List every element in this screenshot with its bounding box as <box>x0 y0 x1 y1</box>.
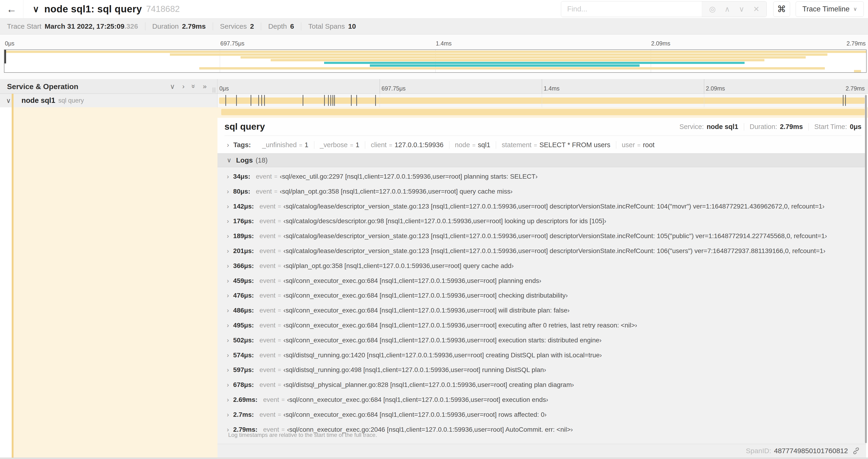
log-event-value: ‹sql/conn_executor_exec.go:684 [nsql1,cl… <box>283 411 547 418</box>
minimap-tick-label: 697.75μs <box>220 40 244 47</box>
spanid-label: SpanID: <box>746 447 771 455</box>
minimap-span-lane <box>4 59 866 61</box>
detail-left-column <box>13 107 217 458</box>
minimap-span-bar[interactable] <box>199 67 825 69</box>
log-row[interactable]: ›597μs:event=‹sql/distsql_running.go:498… <box>227 362 862 378</box>
log-event-key: event <box>259 366 276 374</box>
clear-search-icon[interactable]: ✕ <box>753 5 760 13</box>
back-button[interactable]: ← <box>0 0 23 18</box>
keyboard-shortcuts-button[interactable]: ⌘ <box>773 1 790 17</box>
minimap-span-bar[interactable] <box>854 70 861 72</box>
minimap-span-rows <box>4 51 866 72</box>
trace-stat-item: Trace StartMarch 31 2022, 17:25:09.326 <box>7 22 145 30</box>
chevron-right-icon: › <box>227 336 229 344</box>
chevron-right-icon: › <box>227 141 229 149</box>
log-row[interactable]: ›189μs:event=‹sql/catalog/lease/descript… <box>227 229 862 243</box>
find-input[interactable] <box>561 1 702 17</box>
log-row[interactable]: ›142μs:event=‹sql/catalog/lease/descript… <box>227 199 862 214</box>
expand-one-icon[interactable]: › <box>182 82 185 90</box>
next-result-icon[interactable]: ∨ <box>739 5 744 13</box>
equals-sign: = <box>278 322 281 329</box>
minimap-span-bar[interactable] <box>370 64 640 67</box>
locate-icon[interactable]: ◎ <box>709 5 716 13</box>
prev-result-icon[interactable]: ∧ <box>724 5 730 13</box>
tag-item: _unfinished=1 <box>256 141 314 149</box>
log-timestamp: 459μs: <box>233 277 254 285</box>
log-row[interactable]: ›80μs:event=‹sql/plan_opt.go:358 [nsql1,… <box>227 184 862 199</box>
logs-accordion-header[interactable]: ∨ Logs (18) <box>217 153 866 167</box>
log-marker-tick <box>328 95 329 106</box>
stat-value: 10 <box>348 22 356 30</box>
log-marker-tick <box>303 95 303 106</box>
equals-sign: = <box>278 248 281 254</box>
log-row[interactable]: ›495μs:event=‹sql/conn_executor_exec.go:… <box>227 318 862 333</box>
minimap-canvas[interactable] <box>4 50 867 73</box>
log-row[interactable]: ›2.69ms:event=‹sql/conn_executor_exec.go… <box>227 392 862 407</box>
log-event-value: ‹sql/catalog/lease/descriptor_version_st… <box>283 203 825 210</box>
log-event-key: event <box>263 426 279 433</box>
log-row[interactable]: ›201μs:event=‹sql/catalog/lease/descript… <box>227 243 862 258</box>
equals-sign: = <box>278 412 281 418</box>
timeline-ruler: 0μs697.75μs1.4ms2.09ms2.79ms <box>217 79 866 94</box>
detail-operation-title: sql query <box>224 122 265 132</box>
trace-collapse-chevron-icon[interactable]: ∨ <box>33 4 39 14</box>
minimap-span-bar[interactable] <box>241 56 806 59</box>
minimap-span-lane <box>4 54 866 56</box>
column-resize-grip[interactable] <box>213 88 215 93</box>
log-row[interactable]: ›2.7ms:event=‹sql/conn_executor_exec.go:… <box>227 407 862 422</box>
log-event-value: ‹sql/conn_executor_exec.go:2046 [nsql1,c… <box>287 426 573 433</box>
log-row[interactable]: ›502μs:event=‹sql/conn_executor_exec.go:… <box>227 333 862 348</box>
log-row[interactable]: ›459μs:event=‹sql/conn_executor_exec.go:… <box>227 273 862 288</box>
tag-value: root <box>643 141 654 149</box>
minimap-span-bar[interactable] <box>170 54 828 56</box>
stat-value: 2 <box>250 22 254 30</box>
minimap-span-bar[interactable] <box>4 51 866 53</box>
span-row-track[interactable] <box>217 94 866 107</box>
tag-value: sql1 <box>478 141 490 149</box>
expand-all-icon[interactable]: » <box>203 82 207 90</box>
log-event-key: event <box>259 307 276 314</box>
deep-link-icon[interactable] <box>852 447 860 455</box>
timeline-tick-label: 0μs <box>219 85 229 92</box>
log-timestamp: 176μs: <box>233 217 254 225</box>
log-row[interactable]: ›476μs:event=‹sql/conn_executor_exec.go:… <box>227 288 862 303</box>
log-event-value: ‹sql/distsql_running.go:1420 [nsql1,clie… <box>283 352 602 359</box>
timeline-gridline <box>704 94 704 107</box>
tags-accordion[interactable]: › Tags: _unfinished=1_verbose=1client=12… <box>224 139 862 151</box>
log-row[interactable]: ›2.79ms:event=‹sql/conn_executor_exec.go… <box>227 422 862 437</box>
trace-stat-item: Depth6 <box>261 22 301 30</box>
detail-span-mini-bar[interactable] <box>221 109 865 115</box>
log-timestamp: 201μs: <box>233 247 254 255</box>
log-timestamp: 495μs: <box>233 322 254 329</box>
log-event-key: event <box>259 292 276 299</box>
minimap-span-bar[interactable] <box>324 62 745 64</box>
collapse-one-icon[interactable]: ∨ <box>170 82 175 91</box>
tag-key: _unfinished <box>262 141 297 149</box>
spanid-value: 4877749850101760812 <box>774 447 848 455</box>
tag-value: 127.0.0.1:59936 <box>395 141 443 149</box>
log-event-value: ‹sql/conn_executor_exec.go:684 [nsql1,cl… <box>283 277 541 285</box>
equals-sign: = <box>274 173 277 180</box>
log-timestamp: 574μs: <box>233 352 254 359</box>
trace-view-dropdown[interactable]: Trace Timeline ∨ <box>796 1 864 17</box>
span-collapse-chevron-icon[interactable]: ∨ <box>6 97 11 104</box>
log-row[interactable]: ›366μs:event=‹sql/plan_opt.go:358 [nsql1… <box>227 258 862 273</box>
minimap-drag-handle[interactable] <box>4 50 6 63</box>
tag-key: user <box>622 141 635 149</box>
collapse-all-icon[interactable]: » <box>192 82 196 90</box>
minimap-span-bar[interactable] <box>271 59 765 61</box>
stat-label: Trace Start <box>7 22 41 30</box>
span-row-label-cell[interactable]: ∨ node sql1 sql query <box>0 94 217 107</box>
chevron-right-icon: › <box>227 352 229 359</box>
stat-label: Duration <box>152 22 179 30</box>
log-row[interactable]: ›176μs:event=‹sql/catalog/descs/descript… <box>227 214 862 229</box>
log-row[interactable]: ›34μs:event=‹sql/exec_util.go:2297 [nsql… <box>227 169 862 184</box>
log-row[interactable]: ›574μs:event=‹sql/distsql_running.go:142… <box>227 348 862 363</box>
stat-label: Services <box>220 22 247 30</box>
log-row[interactable]: ›486μs:event=‹sql/conn_executor_exec.go:… <box>227 303 862 318</box>
view-dropdown-label: Trace Timeline <box>802 5 849 13</box>
horizontal-scrollbar-track[interactable] <box>0 458 868 459</box>
log-event-key: event <box>259 247 276 255</box>
vertical-scrollbar[interactable] <box>865 95 867 443</box>
log-row[interactable]: ›678μs:event=‹sql/distsql_physical_plann… <box>227 378 862 392</box>
